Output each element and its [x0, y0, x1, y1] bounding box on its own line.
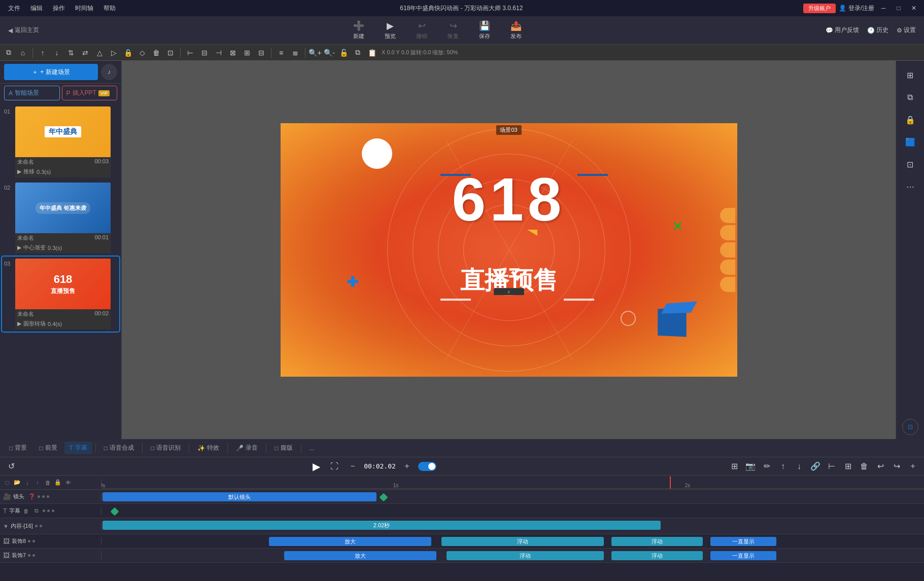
tab-effects[interactable]: ✨ 特效 [192, 442, 224, 454]
keyframe-diamond[interactable] [380, 493, 388, 502]
align-vcenter-btn[interactable]: ⊠ [226, 46, 239, 59]
tab-caption[interactable]: T 字幕 [64, 442, 92, 454]
align-vert-btn[interactable]: ⇅ [64, 46, 78, 59]
camera-help-icon[interactable]: ❓ [28, 493, 36, 500]
feedback-button[interactable]: 💬 用户反馈 [826, 26, 859, 34]
music-button[interactable]: ♪ [101, 64, 117, 80]
delete-caption-btn[interactable]: 🗑 [22, 507, 30, 515]
back-home-button[interactable]: ◀ 返回主页 [8, 26, 39, 34]
menu-edit[interactable]: 编辑 [26, 3, 47, 14]
deco7-bar-4[interactable]: 一直显示 [710, 551, 776, 560]
more-icon-btn[interactable]: ⋯ [900, 176, 920, 197]
publish-tool-button[interactable]: 📤 发布 [506, 18, 526, 42]
rewind-button[interactable]: ↺ [4, 459, 18, 474]
tab-asr[interactable]: □ 语音识别 [146, 442, 186, 454]
redo-timeline-btn[interactable]: ↪ [889, 459, 904, 474]
minimize-button[interactable]: ─ [877, 2, 889, 14]
scene-item-1[interactable]: 01 年中盛典 未命名 00:03 ▶ 推移 0.3(s) [2, 104, 119, 179]
copy-icon-btn[interactable]: ⧉ [2, 46, 15, 59]
camera-bar[interactable]: 默认镜头 [102, 492, 377, 501]
canvas-frame[interactable]: ✕ ✚ 618 直播预售 场景03 [281, 123, 737, 377]
expand-content-icon[interactable]: ▼ [3, 523, 9, 529]
move-down-btn[interactable]: ↓ [792, 459, 806, 474]
deco7-bar-3[interactable]: 浮动 [611, 551, 703, 560]
copy-timeline-btn[interactable]: ⊞ [841, 459, 855, 474]
align-center-btn[interactable]: ⊟ [198, 46, 211, 59]
playhead[interactable] [670, 477, 671, 489]
fullscreen-button[interactable]: ⛶ [327, 459, 341, 474]
tab-more[interactable]: ... [304, 443, 320, 454]
canvas-fit-button[interactable]: ⊡ [902, 419, 918, 435]
forward-icon-btn[interactable]: ▷ [107, 46, 120, 59]
collapse-panel-button[interactable]: ∨ [494, 288, 524, 295]
align-left-btn[interactable]: ⊢ [184, 46, 197, 59]
color-icon-btn[interactable]: 🟦 [900, 132, 920, 152]
expand-timeline-btn[interactable]: ⊞ [727, 459, 741, 474]
deco7-bar-2[interactable]: 浮动 [447, 551, 604, 560]
copy-right-icon-btn[interactable]: ⧉ [900, 87, 920, 107]
link-btn[interactable]: 🔗 [808, 459, 823, 474]
deco8-bar-2[interactable]: 浮动 [441, 537, 604, 546]
delete-track-button[interactable]: 🗑 [44, 479, 52, 487]
increase-speed-button[interactable]: ＋ [400, 459, 414, 474]
paste-icon-btn[interactable]: 📋 [365, 46, 379, 59]
tab-bg[interactable]: □ 背景 [4, 442, 32, 454]
shape-icon-btn[interactable]: ◇ [135, 46, 149, 59]
history-button[interactable]: 🕐 历史 [867, 26, 888, 34]
decrease-speed-button[interactable]: － [346, 459, 360, 474]
move-up-btn[interactable]: ↑ [776, 459, 790, 474]
undo-timeline-btn[interactable]: ↩ [873, 459, 887, 474]
lock-track-button[interactable]: 🔒 [54, 479, 62, 487]
menu-timeline[interactable]: 时间轴 [71, 3, 97, 14]
zoom-in-btn[interactable]: 🔍+ [309, 46, 322, 59]
scene-item-2[interactable]: 02 年中盛典 钜惠来袭 未命名 00:01 ▶ 中心渐变 0.3(s) [2, 180, 119, 256]
content-bar[interactable]: 2.02秒 [102, 521, 661, 530]
halign-btn[interactable]: ≡ [275, 46, 288, 59]
distribute-v-btn[interactable]: ⊟ [255, 46, 268, 59]
split-btn[interactable]: ⊢ [825, 459, 839, 474]
deco8-bar-3[interactable]: 浮动 [611, 537, 703, 546]
canvas-618-text[interactable]: 618 [452, 164, 565, 234]
new-scene-button[interactable]: ＋ + 新建场景 [4, 64, 98, 80]
lock-right-icon-btn[interactable]: 🔒 [900, 110, 920, 130]
screenshot-btn[interactable]: 📷 [743, 459, 758, 474]
preview-tool-button[interactable]: ▶ 预览 [381, 18, 400, 42]
menu-operation[interactable]: 操作 [49, 3, 69, 14]
valign-btn[interactable]: ≣ [289, 46, 302, 59]
delete-timeline-btn[interactable]: 🗑 [857, 459, 871, 474]
login-button[interactable]: 👤 登录/注册 [839, 4, 874, 13]
tab-tts[interactable]: □ 语音合成 [99, 442, 139, 454]
home-icon-btn[interactable]: ⌂ [16, 46, 29, 59]
transform-icon-btn[interactable]: ⊡ [164, 46, 177, 59]
align-hori-btn[interactable]: ⇄ [79, 46, 92, 59]
triangle-icon-btn[interactable]: △ [93, 46, 106, 59]
redo-tool-button[interactable]: ↪ 恢复 [443, 18, 463, 42]
deco7-bar-1[interactable]: 放大 [284, 551, 436, 560]
delete-icon-btn[interactable]: 🗑 [150, 46, 163, 59]
align-top-btn[interactable]: ↑ [36, 46, 49, 59]
tab-cover[interactable]: □ 腹版 [269, 442, 297, 454]
close-button[interactable]: ✕ [908, 2, 920, 14]
undo-tool-button[interactable]: ↩ 撤销 [412, 18, 431, 42]
maximize-button[interactable]: □ [893, 2, 905, 14]
copy2-icon-btn[interactable]: ⧉ [351, 46, 364, 59]
align-right-btn[interactable]: ⊣ [212, 46, 225, 59]
lock2-icon-btn[interactable]: 🔓 [337, 46, 350, 59]
scene-item-3[interactable]: 03 618 直播预售 未命名 00:02 ▶ 圆形转场 [2, 257, 119, 332]
loop-toggle[interactable] [418, 462, 436, 471]
edit-btn[interactable]: ✏ [760, 459, 774, 474]
move-track-down-button[interactable]: ↓ [23, 479, 31, 487]
tab-fg[interactable]: □ 前景 [34, 442, 62, 454]
zoom-out-btn[interactable]: 🔍- [323, 46, 336, 59]
distribute-h-btn[interactable]: ⊞ [241, 46, 254, 59]
add-track-button[interactable]: □ [3, 479, 11, 487]
menu-file[interactable]: 文件 [4, 3, 24, 14]
move-track-up-button[interactable]: ↑ [33, 479, 42, 487]
lock-icon-btn[interactable]: 🔒 [121, 46, 134, 59]
play-pause-button[interactable]: ▶ [309, 459, 323, 474]
save-tool-button[interactable]: 💾 保存 [475, 18, 494, 42]
caption-keyframe[interactable] [111, 507, 119, 516]
settings-button[interactable]: ⚙ 设置 [897, 26, 916, 34]
expand-icon-btn[interactable]: ⊞ [900, 65, 920, 85]
visibility-track-button[interactable]: 👁 [64, 479, 72, 487]
